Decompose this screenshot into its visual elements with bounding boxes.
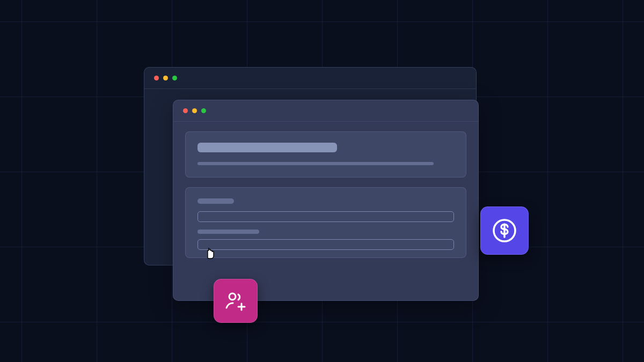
maximize-icon[interactable] — [172, 76, 177, 80]
add-user-icon — [223, 289, 248, 313]
maximize-icon[interactable] — [201, 108, 206, 113]
titlebar-front — [173, 100, 478, 122]
close-icon[interactable] — [183, 108, 188, 113]
minimize-icon[interactable] — [192, 108, 197, 113]
subheading-placeholder — [197, 162, 434, 165]
pointer-cursor-icon — [204, 246, 216, 262]
heading-placeholder — [197, 143, 337, 152]
form-card — [185, 187, 466, 258]
header-card — [185, 131, 466, 178]
dollar-circle-icon — [491, 217, 518, 244]
field-label-placeholder-2 — [197, 230, 259, 234]
field-label-placeholder — [197, 198, 234, 204]
add-user-badge — [214, 279, 258, 323]
dollar-badge — [480, 206, 529, 255]
svg-point-1 — [229, 293, 236, 300]
close-icon[interactable] — [154, 76, 159, 80]
text-input[interactable] — [197, 211, 454, 222]
titlebar-back — [144, 68, 476, 89]
minimize-icon[interactable] — [163, 76, 168, 80]
text-input-2[interactable] — [197, 239, 454, 250]
browser-window-front — [173, 100, 479, 301]
